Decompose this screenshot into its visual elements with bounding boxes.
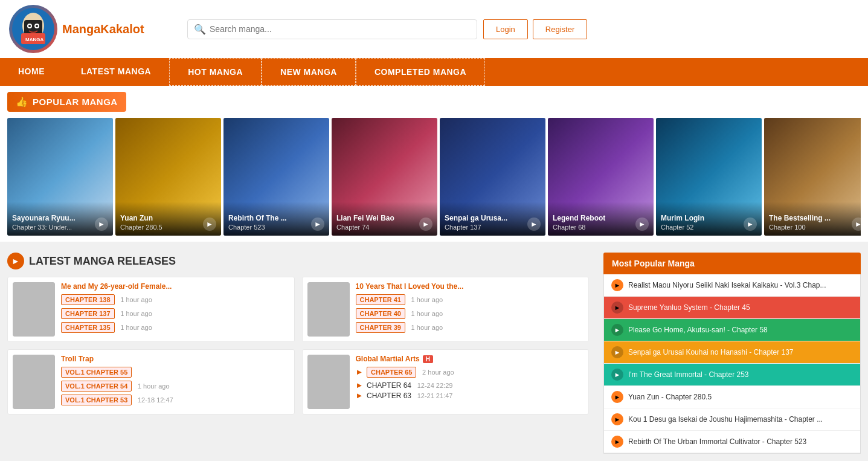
chapter-badge-3-0[interactable]: CHAPTER 65 xyxy=(367,367,416,378)
popular-list: ► Realist Maou Niyoru Seiiki Naki Isekai… xyxy=(603,274,861,454)
popular-manga-0[interactable]: Sayounara Ryuu... Chapter 33: Under... ► xyxy=(7,118,113,236)
popular-manga-3[interactable]: Lian Fei Wei Bao Chapter 74 ► xyxy=(332,118,437,236)
chapter-time-1-1: 1 hour ago xyxy=(411,310,443,317)
item-info-2: Troll Trap VOL.1 CHAPTER 55 VOL.1 CHAPTE… xyxy=(61,355,289,409)
item-title-2[interactable]: Troll Trap xyxy=(61,355,289,364)
manga-chapter-4: Chapter 137 xyxy=(445,224,541,231)
chapter-badge-3-2[interactable]: CHAPTER 63 xyxy=(367,392,411,400)
popular-item-6[interactable]: ► Kou 1 Desu ga Isekai de Joushu Hajimem… xyxy=(604,408,860,431)
chapter-row-3-2: ► CHAPTER 63 12-21 21:47 xyxy=(356,391,584,400)
chapter-time-1-0: 1 hour ago xyxy=(411,296,443,303)
popular-item-icon-1: ► xyxy=(611,301,623,314)
manga-title-1: Yuan Zun xyxy=(120,214,216,224)
header: MANGA MangaKakalot 🔍 Login Register xyxy=(0,0,868,58)
nav-home[interactable]: HOME xyxy=(0,58,63,86)
nav-hot[interactable]: HOT MANGA xyxy=(169,58,262,86)
chapter-badge-1-0[interactable]: CHAPTER 41 xyxy=(356,294,405,305)
chapter-badge-1-1[interactable]: CHAPTER 40 xyxy=(356,308,405,319)
manga-arrow-7: ► xyxy=(852,218,861,231)
popular-item-text-0: Realist Maou Niyoru Seiiki Naki Isekai K… xyxy=(628,280,826,291)
popular-item-7[interactable]: ► Rebirth Of The Urban Immortal Cultivat… xyxy=(604,431,860,453)
bullet-3-0: ► xyxy=(356,367,364,376)
chapter-time-3-0: 2 hour ago xyxy=(422,369,454,376)
chapter-row-3-0: ► CHAPTER 65 2 hour ago xyxy=(356,367,584,379)
popular-item-2[interactable]: ► Please Go Home, Akutsu-san! - Chapter … xyxy=(604,319,860,341)
thumb-2 xyxy=(13,355,55,409)
popular-item-icon-7: ► xyxy=(611,436,623,448)
list-item-2: Troll Trap VOL.1 CHAPTER 55 VOL.1 CHAPTE… xyxy=(7,349,295,414)
login-button[interactable]: Login xyxy=(483,19,528,39)
chapter-badge-2-1[interactable]: VOL.1 CHAPTER 54 xyxy=(61,381,132,392)
manga-title-4: Senpai ga Urusa... xyxy=(445,214,541,224)
item-title-3[interactable]: Global Martial Arts xyxy=(356,355,420,364)
logo-icon: MANGA xyxy=(9,5,57,53)
svg-text:MANGA: MANGA xyxy=(25,37,43,42)
chapter-time-2-1: 1 hour ago xyxy=(138,382,170,390)
popular-manga-6[interactable]: Murim Login Chapter 52 ► xyxy=(656,118,762,236)
manga-chapter-0: Chapter 33: Under... xyxy=(12,224,108,231)
popular-manga-1[interactable]: Yuan Zun Chapter 280.5 ► xyxy=(115,118,221,236)
popular-manga-7[interactable]: The Bestselling ... Chapter 100 ► xyxy=(764,118,861,236)
search-icon: 🔍 xyxy=(194,24,206,35)
popular-item-4[interactable]: ► I'm The Great Immortal - Chapter 253 xyxy=(604,364,860,386)
popular-item-text-6: Kou 1 Desu ga Isekai de Joushu Hajimemas… xyxy=(628,414,823,425)
logo-area: MANGA MangaKakalot xyxy=(9,5,178,53)
chapter-row-3-1: ► CHAPTER 64 12-24 22:29 xyxy=(356,381,584,390)
item-info-1: 10 Years That I Loved You the... CHAPTER… xyxy=(356,282,584,337)
nav-new[interactable]: NEW MANGA xyxy=(262,58,356,86)
chapter-time-0-1: 1 hour ago xyxy=(120,310,152,317)
thumb-1 xyxy=(307,282,350,337)
manga-chapter-2: Chapter 523 xyxy=(228,224,324,231)
manga-arrow-5: ► xyxy=(635,218,649,231)
right-sidebar: Most Popular Manga ► Realist Maou Niyoru… xyxy=(596,247,868,460)
manga-title-6: Murim Login xyxy=(661,214,757,224)
popular-manga-2[interactable]: Rebirth Of The ... Chapter 523 ► xyxy=(223,118,329,236)
manga-arrow-2: ► xyxy=(311,218,324,231)
manga-chapter-6: Chapter 52 xyxy=(661,224,757,231)
chapter-badge-0-0[interactable]: CHAPTER 138 xyxy=(61,294,115,305)
popular-manga-5[interactable]: Legend Reboot Chapter 68 ► xyxy=(548,118,654,236)
svg-point-5 xyxy=(28,25,31,27)
manga-arrow-6: ► xyxy=(744,218,757,231)
chapter-badge-2-0[interactable]: VOL.1 CHAPTER 55 xyxy=(61,367,132,378)
item-title-1[interactable]: 10 Years That I Loved You the... xyxy=(356,282,584,292)
chapter-row-2-1: VOL.1 CHAPTER 54 1 hour ago xyxy=(61,381,289,393)
svg-point-6 xyxy=(36,25,38,27)
chapter-row-1-0: CHAPTER 41 1 hour ago xyxy=(356,294,584,307)
popular-item-icon-6: ► xyxy=(611,413,623,425)
chapter-badge-0-2[interactable]: CHAPTER 135 xyxy=(61,322,115,333)
manga-chapter-5: Chapter 68 xyxy=(553,224,649,231)
popular-icon: 👍 xyxy=(16,96,28,108)
chapter-time-3-2: 12-21 21:47 xyxy=(417,392,453,399)
manga-title-2: Rebirth Of The ... xyxy=(228,214,324,224)
popular-item-5[interactable]: ► Yuan Zun - Chapter 280.5 xyxy=(604,386,860,408)
bullet-3-2: ► xyxy=(356,391,364,400)
manga-title-5: Legend Reboot xyxy=(553,214,649,224)
manga-chapter-7: Chapter 100 xyxy=(769,224,861,231)
popular-item-icon-5: ► xyxy=(611,391,623,403)
chapter-time-3-1: 12-24 22:29 xyxy=(417,382,453,389)
chapter-badge-0-1[interactable]: CHAPTER 137 xyxy=(61,308,115,319)
manga-chapter-3: Chapter 74 xyxy=(336,224,432,231)
chapter-time-0-0: 1 hour ago xyxy=(120,296,152,303)
bullet-3-1: ► xyxy=(356,381,364,390)
popular-section: 👍 POPULAR MANGA Sayounara Ryuu... Chapte… xyxy=(0,86,868,242)
item-title-0[interactable]: Me and My 26-year-old Female... xyxy=(61,282,289,292)
popular-manga-4[interactable]: Senpai ga Urusa... Chapter 137 ► xyxy=(440,118,545,236)
chapter-badge-3-1[interactable]: CHAPTER 64 xyxy=(367,381,411,390)
manga-chapter-1: Chapter 280.5 xyxy=(120,224,216,231)
hot-badge-3: H xyxy=(423,355,433,363)
nav-completed[interactable]: COMPLETED MANGA xyxy=(356,58,485,86)
popular-item-1[interactable]: ► Supreme Yanluo System - Chapter 45 xyxy=(604,297,860,319)
site-name: MangaKakalot xyxy=(62,22,144,36)
chapter-time-0-2: 1 hour ago xyxy=(120,324,152,331)
nav-latest[interactable]: LATEST MANGA xyxy=(63,58,169,86)
register-button[interactable]: Register xyxy=(533,19,587,39)
search-input[interactable] xyxy=(210,24,471,34)
popular-item-0[interactable]: ► Realist Maou Niyoru Seiiki Naki Isekai… xyxy=(604,274,860,297)
popular-item-3[interactable]: ► Senpai ga Urusai Kouhai no Hanashi - C… xyxy=(604,341,860,364)
chapter-badge-2-2[interactable]: VOL.1 CHAPTER 53 xyxy=(61,395,132,405)
popular-item-text-4: I'm The Great Immortal - Chapter 253 xyxy=(628,370,748,380)
chapter-badge-1-2[interactable]: CHAPTER 39 xyxy=(356,322,405,333)
chapter-row-0-2: CHAPTER 135 1 hour ago xyxy=(61,322,289,335)
